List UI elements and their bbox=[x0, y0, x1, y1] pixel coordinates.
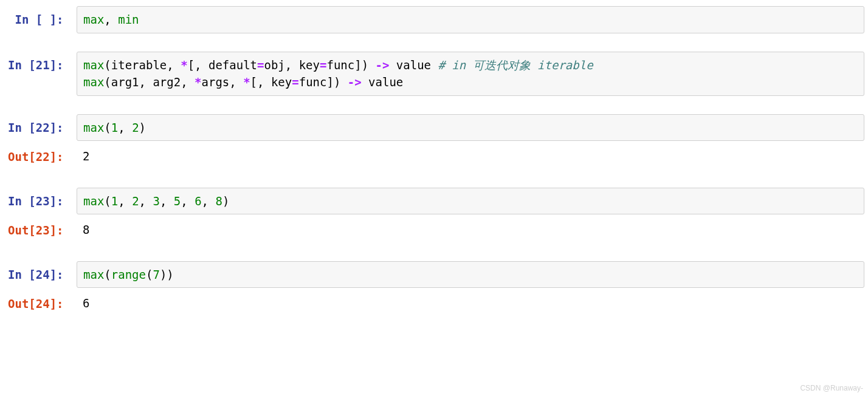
cell-gap bbox=[4, 245, 864, 261]
cell-gap bbox=[4, 36, 864, 52]
code-input[interactable]: max(1, 2) bbox=[77, 114, 864, 142]
code-token: , bbox=[202, 194, 216, 208]
code-token: 1 bbox=[111, 194, 118, 208]
code-token: max bbox=[83, 268, 104, 281]
code-token: 1 bbox=[111, 121, 118, 134]
input-prompt: In [23]: bbox=[4, 188, 77, 210]
code-token: value bbox=[389, 58, 438, 72]
code-token: 5 bbox=[174, 194, 181, 208]
code-token: [, key bbox=[250, 75, 292, 89]
code-token: func]) bbox=[326, 58, 375, 72]
code-token: ) bbox=[139, 121, 146, 134]
notebook-cell: In [21]: max(iterable, *[, default=obj, … bbox=[4, 52, 864, 96]
code-token: max bbox=[83, 194, 104, 208]
code-token: # in 可迭代对象 iterable bbox=[438, 58, 593, 72]
code-token: max bbox=[83, 13, 104, 26]
code-token: , bbox=[160, 194, 174, 208]
notebook-cell: In [23]: max(1, 2, 3, 5, 6, 8) bbox=[4, 188, 864, 215]
code-token: 8 bbox=[216, 194, 222, 208]
code-token: func]) bbox=[299, 75, 348, 89]
output-prompt: Out[22]: bbox=[4, 143, 77, 166]
code-token: 3 bbox=[153, 194, 159, 208]
code-token: 2 bbox=[132, 194, 139, 208]
code-token: (arg1, arg2, bbox=[104, 75, 195, 89]
notebook-cell: In [22]: max(1, 2) bbox=[4, 114, 864, 142]
code-token: = bbox=[257, 58, 264, 72]
code-token: -> bbox=[348, 75, 362, 89]
output-text: 6 bbox=[77, 290, 864, 316]
cell-gap bbox=[4, 172, 864, 188]
code-token: , bbox=[104, 13, 118, 26]
code-input[interactable]: max(1, 2, 3, 5, 6, 8) bbox=[77, 188, 864, 215]
output-text: 8 bbox=[77, 217, 864, 243]
code-token: value bbox=[362, 75, 404, 89]
code-token: args, bbox=[202, 75, 244, 89]
code-token: ( bbox=[104, 194, 111, 208]
code-token: * bbox=[181, 58, 187, 72]
code-token: , bbox=[118, 194, 132, 208]
code-token: , bbox=[118, 121, 132, 134]
code-token: (iterable, bbox=[104, 58, 181, 72]
code-token: 7 bbox=[153, 268, 159, 281]
code-token: , bbox=[181, 194, 195, 208]
code-token: )) bbox=[160, 268, 174, 281]
notebook-cell-output: Out[23]: 8 bbox=[4, 217, 864, 243]
code-token: range bbox=[111, 268, 146, 281]
notebook-cell: In [ ]: max, min bbox=[4, 6, 864, 33]
input-prompt: In [21]: bbox=[4, 52, 77, 74]
notebook-cell: In [24]: max(range(7)) bbox=[4, 261, 864, 288]
code-token: ( bbox=[104, 121, 111, 134]
cell-gap bbox=[4, 98, 864, 114]
code-token: = bbox=[320, 58, 326, 72]
code-token: obj, key bbox=[264, 58, 320, 72]
code-token: [, default bbox=[188, 58, 257, 72]
code-token: max bbox=[83, 121, 104, 134]
code-token: 2 bbox=[132, 121, 139, 134]
code-token: min bbox=[118, 13, 139, 26]
code-input[interactable]: max(iterable, *[, default=obj, key=func]… bbox=[77, 52, 864, 96]
code-token: -> bbox=[376, 58, 390, 72]
code-token: max bbox=[83, 75, 104, 89]
code-token: ( bbox=[104, 268, 111, 281]
code-token: = bbox=[292, 75, 298, 89]
code-token: * bbox=[243, 75, 250, 89]
code-token: ( bbox=[146, 268, 153, 281]
output-prompt: Out[23]: bbox=[4, 217, 77, 239]
code-token: max bbox=[83, 58, 104, 72]
code-input[interactable]: max, min bbox=[77, 6, 864, 33]
output-prompt: Out[24]: bbox=[4, 290, 77, 313]
input-prompt: In [24]: bbox=[4, 261, 77, 284]
input-prompt: In [22]: bbox=[4, 114, 77, 137]
notebook-cell-output: Out[22]: 2 bbox=[4, 143, 864, 169]
code-token: ) bbox=[222, 194, 229, 208]
input-prompt: In [ ]: bbox=[4, 6, 77, 29]
code-token: 6 bbox=[195, 194, 201, 208]
output-text: 2 bbox=[77, 143, 864, 169]
code-token: * bbox=[195, 75, 201, 89]
notebook-cell-output: Out[24]: 6 bbox=[4, 290, 864, 316]
code-input[interactable]: max(range(7)) bbox=[77, 261, 864, 288]
code-token: , bbox=[139, 194, 153, 208]
